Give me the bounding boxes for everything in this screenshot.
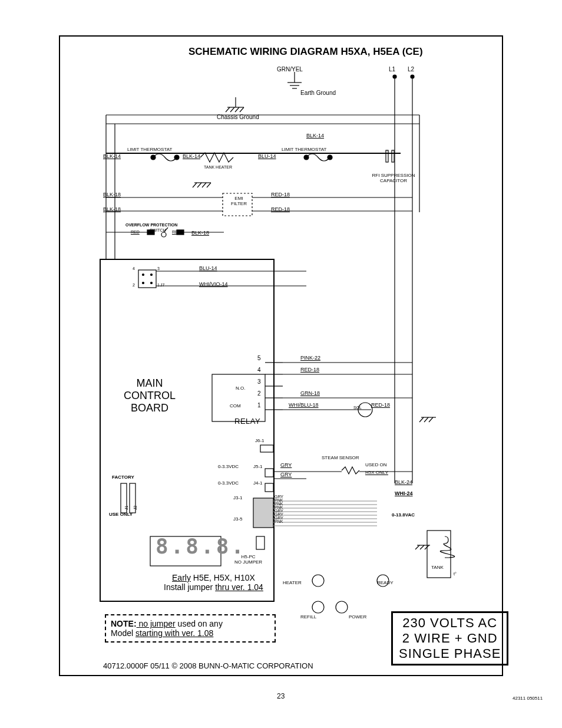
wire-whi24: WHI-24 bbox=[395, 490, 413, 496]
j7-2: 2 bbox=[133, 283, 135, 287]
wire-red18-d: RED-18 bbox=[371, 402, 390, 408]
j3-5-label: J3-5 bbox=[233, 516, 243, 522]
wire-blu14-a: BLU-14 bbox=[258, 153, 276, 159]
jumper-note: Early H5E, H5X, H10X Install jumper thru… bbox=[164, 573, 263, 592]
wire-pink22: PINK-22 bbox=[300, 355, 320, 361]
relay-no: N.O. bbox=[236, 386, 245, 391]
voltage-box: 230 VOLTS AC 2 WIRE + GND SINGLE PHASE bbox=[391, 611, 508, 666]
j2-label: J2 bbox=[133, 506, 137, 510]
wire-blk24: BLK-24 bbox=[395, 479, 412, 485]
ribbon-labels: GRYPNK PNKPNK GRYGRY GRYPNK bbox=[275, 495, 283, 523]
j4-volt: 0-3.3VDC bbox=[218, 480, 239, 486]
wire-red18-c: RED-18 bbox=[300, 367, 319, 373]
wire-gry1: GRY bbox=[280, 462, 292, 468]
heater-indicator: HEATER bbox=[283, 580, 302, 585]
useonly-label: USE ONLY bbox=[109, 512, 133, 517]
steam-sensor-label: STEAM SENSOR bbox=[322, 455, 359, 460]
note-box: NOTE: no jumper used on any Model starti… bbox=[105, 614, 276, 643]
wire-blk18-a: BLK-18 bbox=[103, 192, 121, 197]
wire-blu14-b: BLU-14 bbox=[199, 265, 217, 271]
overflow-switch: SWITCH bbox=[150, 228, 166, 232]
main-control-board-label: MAIN CONTROL BOARD bbox=[124, 377, 176, 414]
page-border bbox=[59, 35, 503, 676]
j7-label: J7 bbox=[160, 283, 164, 287]
tank-temp: t° bbox=[454, 572, 457, 576]
wire-blk14-a: BLK-14 bbox=[103, 153, 121, 159]
footer-text: 40712.0000F 05/11 © 2008 BUNN-O-MATIC CO… bbox=[103, 661, 313, 670]
j1-label: J1 bbox=[124, 506, 128, 510]
overflow-title: OVERFLOW PROTECTION bbox=[125, 223, 177, 227]
relay-pin-1: 1 bbox=[257, 402, 261, 409]
wire-gry2: GRY bbox=[280, 472, 292, 477]
wire-red18-b: RED-18 bbox=[271, 206, 290, 212]
wire-whivio14: WHI/VIO-14 bbox=[199, 281, 228, 287]
relay-label: RELAY bbox=[234, 417, 260, 426]
tank-volt: 0-13.8VAC bbox=[392, 512, 415, 518]
overflow-red2: RED bbox=[172, 230, 181, 234]
relay-pin-3: 3 bbox=[257, 378, 261, 385]
j4-label: J4-1 bbox=[253, 480, 263, 486]
ready-indicator: READY bbox=[377, 580, 394, 585]
earth-ground-label: Earth Ground bbox=[300, 90, 336, 96]
doc-number: 42311 050511 bbox=[513, 696, 543, 701]
sol-label: SOL bbox=[353, 406, 362, 410]
power-indicator: POWER bbox=[349, 614, 366, 620]
j7-1: 1 bbox=[157, 283, 160, 287]
relay-pin-4: 4 bbox=[257, 367, 261, 373]
chassis-ground-label: Chassis Ground bbox=[217, 114, 259, 120]
j7-3: 3 bbox=[157, 266, 160, 271]
refill-indicator: REFILL bbox=[300, 614, 316, 620]
rfi-label: RFI SUPPRESSIONCAPACITOR bbox=[364, 173, 423, 183]
relay-com: COM bbox=[230, 403, 241, 409]
tank-label: TANK bbox=[431, 565, 444, 570]
page-number: 23 bbox=[277, 692, 285, 700]
wire-blk18-b: BLK-18 bbox=[103, 206, 121, 212]
j3-1-label: J3-1 bbox=[233, 495, 243, 500]
relay-pin-2: 2 bbox=[257, 390, 261, 397]
j5-label: J5-1 bbox=[253, 464, 263, 469]
wire-whiblu18: WHI/BLU-18 bbox=[289, 402, 319, 408]
overflow-red1: RED bbox=[131, 230, 140, 234]
wire-red18-a: RED-18 bbox=[271, 192, 290, 197]
wire-blk14-c: BLK-14 bbox=[306, 133, 324, 139]
grn-yel-label: GRN/YEL bbox=[277, 66, 303, 73]
h5pc-label: H5-PCNO JUMPER bbox=[234, 554, 262, 565]
j7-4: 4 bbox=[133, 266, 135, 271]
j6-label: J6-1 bbox=[255, 438, 265, 443]
wire-blk14-b: BLK-14 bbox=[183, 153, 200, 159]
l1-label: L1 bbox=[389, 66, 395, 73]
l2-label: L2 bbox=[408, 66, 414, 73]
limit-thermostat-2: LIMIT THERMOSTAT bbox=[282, 147, 326, 152]
diagram-title: SCHEMATIC WIRING DIAGRAM H5XA, H5EA (CE) bbox=[189, 46, 423, 58]
wire-grn18: GRN-18 bbox=[300, 390, 320, 396]
j5-volt: 0-3.3VDC bbox=[218, 464, 239, 469]
tank-heater-label: TANK HEATER bbox=[204, 165, 232, 169]
relay-pin-5: 5 bbox=[257, 355, 261, 361]
seven-segment-display: 8.8.8. bbox=[156, 534, 246, 558]
limit-thermostat-1: LIMIT THERMOSTAT bbox=[127, 147, 172, 152]
steam-used: USED ON bbox=[365, 462, 386, 467]
wire-blk18-c: BLK-18 bbox=[191, 230, 209, 236]
steam-only: H5X ONLY bbox=[365, 470, 388, 475]
emi-filter-label: EMIFILTER bbox=[231, 196, 247, 206]
factory-label: FACTORY bbox=[112, 475, 134, 480]
